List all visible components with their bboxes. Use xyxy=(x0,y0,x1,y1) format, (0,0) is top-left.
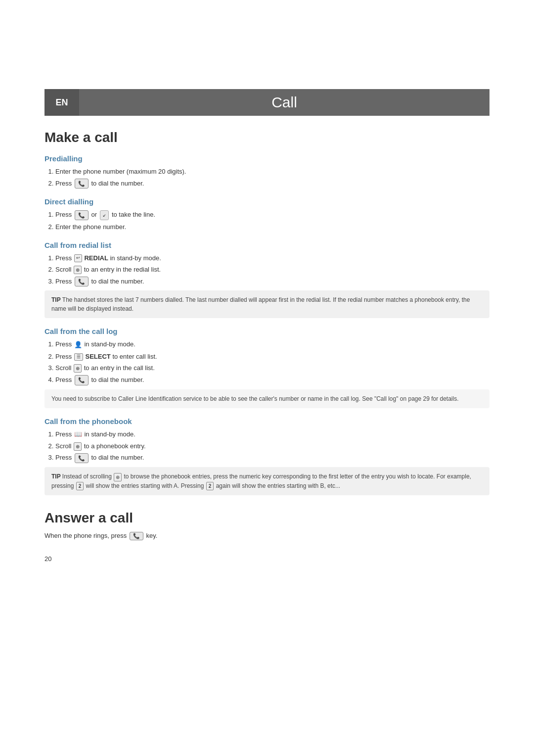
call-from-redial-section: Call from redial list Press ↩︎ REDIAL in… xyxy=(44,241,490,319)
direct-dialling-step-2: Enter the phone number. xyxy=(55,222,490,232)
predialling-section: Predialling Enter the phone number (maxi… xyxy=(44,154,490,189)
direct-dialling-step-1: Press 📞 or ↙ to take the line. xyxy=(55,210,490,220)
header-title: Call xyxy=(271,94,297,111)
predialling-step-2: Press 📞 to dial the number. xyxy=(55,179,490,189)
header-title-box: Call xyxy=(79,89,490,116)
log-step-3: Scroll ⊕ to an entry in the call list. xyxy=(55,363,490,373)
header-lang-box: EN xyxy=(44,89,79,116)
answer-a-call-title: Answer a call xyxy=(44,510,490,526)
redial-button-icon: ↩︎ xyxy=(74,254,82,262)
number-2-icon: 2 xyxy=(76,482,84,490)
call-from-phonebook-steps: Press 📖 in stand-by mode. Scroll ⊕ to a … xyxy=(55,429,490,464)
log-step-1: Press 👤 in stand-by mode. xyxy=(55,339,490,349)
phonebook-step-2: Scroll ⊕ to a phonebook entry. xyxy=(55,441,490,451)
call-from-redial-steps: Press ↩︎ REDIAL in stand-by mode. Scroll… xyxy=(55,253,490,287)
end-button-icon: ↙ xyxy=(100,210,109,221)
predialling-heading: Predialling xyxy=(44,154,490,163)
scroll-nav-icon: ⊕ xyxy=(74,266,82,274)
make-a-call-title: Make a call xyxy=(44,130,490,145)
phonebook-tip-box: TIP Instead of scrolling ⊕ to browse the… xyxy=(44,467,490,495)
call-from-phonebook-heading: Call from the phonebook xyxy=(44,417,490,425)
direct-dialling-section: Direct dialling Press 📞 or ↙ to take the… xyxy=(44,197,490,232)
call-button-icon-answer: 📞 xyxy=(130,532,143,540)
scroll-nav-icon-log: ⊕ xyxy=(74,364,82,373)
direct-dialling-heading: Direct dialling xyxy=(44,197,490,206)
log-step-4: Press 📞 to dial the number. xyxy=(55,375,490,385)
call-button-icon-log: 📞 xyxy=(75,375,89,385)
direct-dialling-steps: Press 📞 or ↙ to take the line. Enter the… xyxy=(55,210,490,232)
call-from-log-heading: Call from the call log xyxy=(44,327,490,335)
page-number: 20 xyxy=(44,555,490,563)
redial-step-3: Press 📞 to dial the number. xyxy=(55,277,490,287)
call-button-icon-dd: 📞 xyxy=(75,210,89,221)
call-button-icon-redial: 📞 xyxy=(75,277,89,287)
number-2-icon-2: 2 xyxy=(206,482,214,490)
person-icon: 👤 xyxy=(74,340,82,350)
predialling-step-1: Enter the phone number (maximum 20 digit… xyxy=(55,167,490,177)
call-button-icon-pb: 📞 xyxy=(75,453,89,464)
phonebook-icon: 📖 xyxy=(74,429,82,439)
call-from-log-steps: Press 👤 in stand-by mode. Press ☰ SELECT… xyxy=(55,339,490,385)
log-step-2: Press ☰ SELECT to enter call list. xyxy=(55,352,490,362)
redial-step-1: Press ↩︎ REDIAL in stand-by mode. xyxy=(55,253,490,263)
redial-step-2: Scroll ⊕ to an entry in the redial list. xyxy=(55,265,490,275)
call-from-redial-heading: Call from redial list xyxy=(44,241,490,249)
phonebook-tip-label: TIP xyxy=(51,473,62,480)
phonebook-step-1: Press 📖 in stand-by mode. xyxy=(55,429,490,439)
answer-a-call-text: When the phone rings, press 📞 key. xyxy=(44,532,490,540)
redial-tip-label: TIP xyxy=(51,296,62,303)
scroll-nav-icon-pb: ⊕ xyxy=(74,442,82,451)
call-button-icon: 📞 xyxy=(75,179,89,189)
call-from-log-section: Call from the call log Press 👤 in stand-… xyxy=(44,327,490,408)
call-from-phonebook-section: Call from the phonebook Press 📖 in stand… xyxy=(44,417,490,495)
log-info-text: You need to subscribe to Caller Line Ide… xyxy=(51,395,459,402)
phonebook-tip-text: Instead of scrolling xyxy=(62,473,113,480)
log-info-box: You need to subscribe to Caller Line Ide… xyxy=(44,389,490,408)
scroll-icon-tip: ⊕ xyxy=(114,473,122,481)
page-wrapper: EN Call Make a call Predialling Enter th… xyxy=(0,0,534,756)
redial-tip-text: The handset stores the last 7 numbers di… xyxy=(51,296,470,312)
header-lang-label: EN xyxy=(55,97,68,108)
make-a-call-section: Make a call Predialling Enter the phone … xyxy=(44,130,490,495)
header-bar: EN Call xyxy=(44,89,490,116)
redial-tip-box: TIP The handset stores the last 7 number… xyxy=(44,290,490,318)
phonebook-step-3: Press 📞 to dial the number. xyxy=(55,453,490,463)
select-button-icon: ☰ xyxy=(74,353,83,361)
predialling-steps: Enter the phone number (maximum 20 digit… xyxy=(55,167,490,189)
answer-a-call-section: Answer a call When the phone rings, pres… xyxy=(44,510,490,540)
